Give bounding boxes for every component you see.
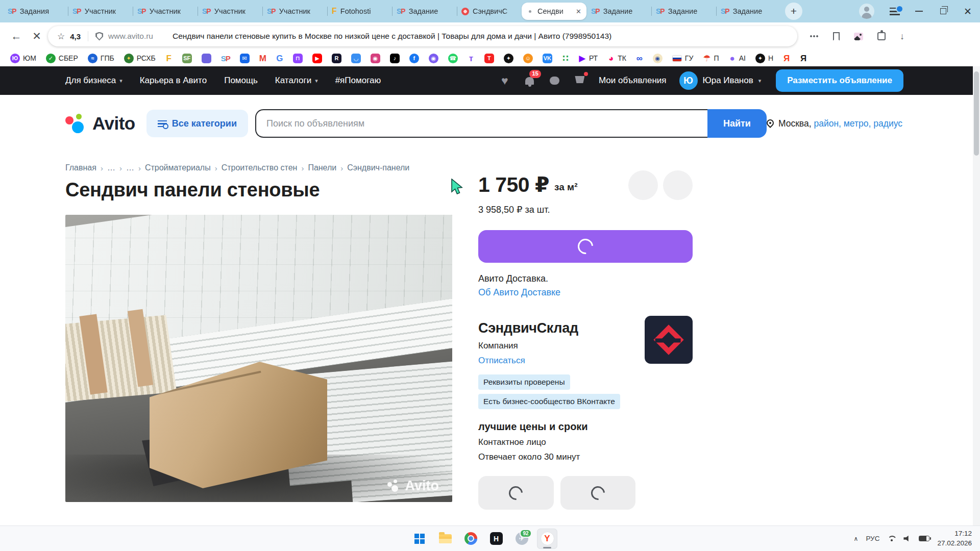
bookmark-t-red[interactable]: T	[484, 54, 494, 63]
breadcrumb-item[interactable]: Стройматериалы	[145, 163, 211, 172]
more-icon[interactable]	[810, 35, 819, 37]
tab-close-icon[interactable]: ✕	[575, 8, 582, 15]
browser-profile-avatar[interactable]	[859, 4, 874, 19]
bookmark-mail[interactable]: ✉	[240, 54, 250, 63]
language-indicator[interactable]: РУС	[866, 535, 879, 542]
taskbar-app-start[interactable]	[409, 529, 430, 549]
bookmark-fotohost[interactable]: F	[165, 54, 173, 63]
browser-tab[interactable]: SPЗадание	[651, 0, 716, 22]
user-avatar[interactable]: Ю	[679, 71, 698, 90]
browser-tab[interactable]: SPЗадание	[392, 0, 457, 22]
unsubscribe-link[interactable]: Отписаться	[478, 356, 635, 366]
scrollbar-thumb[interactable]	[974, 71, 979, 156]
bookmark-camera-app[interactable]: ◉	[429, 54, 438, 63]
listing-photo[interactable]: Avito	[65, 215, 452, 502]
bookmark-icon[interactable]	[833, 32, 840, 41]
navbar-link-3[interactable]: Каталоги▾	[275, 76, 318, 86]
wifi-icon[interactable]	[887, 535, 896, 542]
favorites-heart-icon[interactable]: ♥	[499, 74, 511, 87]
bookmark-rt[interactable]: ▶РТ	[579, 54, 598, 63]
battery-icon[interactable]	[919, 536, 929, 541]
location-selector[interactable]: Москва, район, метро, радиус	[767, 117, 903, 130]
favorite-action-placeholder[interactable]	[628, 170, 658, 200]
bookmark-ya-app[interactable]: Я	[800, 54, 807, 63]
breadcrumb-item[interactable]: Панели	[308, 163, 336, 172]
seller-name[interactable]: СэндвичСклад	[478, 320, 635, 336]
browser-tab[interactable]: SPУчастник	[133, 0, 198, 22]
buy-with-delivery-button-loading[interactable]	[478, 230, 693, 263]
browser-tab[interactable]: FFotohosti	[327, 0, 392, 22]
browser-tab[interactable]: SPЗадания	[3, 0, 68, 22]
all-categories-button[interactable]: Все категории	[146, 110, 248, 137]
window-minimize-button[interactable]	[915, 11, 923, 12]
bookmark-rutube[interactable]: R	[332, 54, 341, 63]
share-action-placeholder[interactable]	[663, 170, 693, 200]
bookmark-yandex[interactable]: Я	[783, 54, 790, 63]
browser-tab[interactable]: SPЗадание	[716, 0, 781, 22]
messages-icon[interactable]	[549, 74, 561, 87]
bookmark-youtube[interactable]: ▶	[312, 54, 322, 63]
search-input[interactable]	[255, 109, 707, 138]
bookmark-vk-messenger[interactable]: ◡	[351, 54, 361, 63]
bookmark-rshb[interactable]: ✦РСХБ	[124, 54, 156, 63]
back-button[interactable]: ←	[7, 30, 26, 42]
browser-tab[interactable]: SPУчастник	[68, 0, 133, 22]
browser-tab[interactable]: SPУчастник	[198, 0, 262, 22]
security-shield-icon[interactable]	[95, 32, 103, 41]
window-close-button[interactable]: ✕	[964, 7, 972, 16]
rating-star-icon[interactable]: ☆	[57, 31, 65, 42]
navbar-link-4[interactable]: #яПомогаю	[335, 76, 381, 86]
bookmark-google[interactable]: G	[276, 54, 283, 63]
new-tab-button[interactable]: +	[785, 3, 802, 20]
browser-tab[interactable]: SPЗадание	[586, 0, 651, 22]
page-url[interactable]: www.avito.ru	[108, 32, 153, 41]
chevron-up-icon[interactable]: ∧	[854, 535, 859, 542]
bookmark-odnoklassniki[interactable]: ☺	[523, 54, 533, 63]
browser-menu-icon[interactable]	[890, 8, 900, 15]
cart-icon[interactable]	[574, 74, 586, 87]
browser-tab[interactable]: СэндвичС	[457, 0, 522, 22]
bookmark-gmail[interactable]: M	[259, 54, 266, 63]
browser-tab-active[interactable]: Сендви✕	[522, 3, 586, 20]
extensions-icon[interactable]	[877, 32, 886, 40]
bookmark-gazprombank[interactable]: ≈ГПБ	[88, 54, 114, 63]
bookmark-facebook[interactable]: f	[409, 54, 419, 63]
about-delivery-link[interactable]: Об Авито Доставке	[478, 287, 693, 298]
my-ads-link[interactable]: Мои объявления	[599, 76, 667, 86]
bookmark-tk[interactable]: ◕ТК	[607, 54, 626, 63]
window-restore-button[interactable]	[940, 8, 946, 14]
search-button[interactable]: Найти	[707, 109, 767, 138]
taskbar-app-yandex-browser[interactable]: Y	[537, 529, 557, 549]
breadcrumb-item[interactable]: …	[107, 163, 115, 172]
bookmark-n-app[interactable]: ✦Н	[755, 54, 773, 63]
taskbar-app-explorer[interactable]	[435, 529, 455, 549]
taskbar-clock[interactable]: 17:12 27.02.2026	[937, 529, 972, 547]
stop-button[interactable]: ✕	[28, 30, 46, 42]
taskbar-app-app-h[interactable]: H	[486, 529, 506, 549]
bookmark-vk[interactable]: VK	[543, 54, 552, 63]
breadcrumb-item[interactable]: Сэндвич-панели	[347, 163, 409, 172]
taskbar-app-messenger[interactable]: ✈92	[511, 529, 532, 549]
bookmark-yoomoney[interactable]: ЮЮМ	[10, 54, 36, 63]
bookmark-t-purple[interactable]: т	[468, 54, 475, 63]
bookmark-instagram[interactable]: ◉	[371, 54, 380, 63]
show-phone-button-loading[interactable]	[478, 476, 554, 510]
bookmark-emblem[interactable]: ◉	[653, 54, 663, 63]
bookmark-whatsapp[interactable]: ☎	[448, 54, 458, 63]
browser-tab[interactable]: SPУчастник	[262, 0, 327, 22]
bookmark-insurance[interactable]: ☂П	[703, 54, 719, 63]
bookmark-twitch[interactable]: ⊓	[293, 54, 303, 63]
user-menu[interactable]: Ю Юра Иванов ▾	[679, 71, 762, 90]
bookmark-color-dots[interactable]: ∷	[562, 54, 569, 63]
address-pill[interactable]: ☆ 4,3 www.avito.ru Сендвич панели стенов…	[48, 26, 797, 46]
bookmark-gosuslugi[interactable]: ГУ	[672, 54, 693, 62]
post-ad-button[interactable]: Разместить объявление	[776, 69, 903, 92]
location-metro-link[interactable]: метро,	[844, 118, 871, 129]
notifications-bell-icon[interactable]: 15	[524, 74, 536, 87]
page-scrollbar[interactable]	[973, 66, 980, 525]
avito-logo[interactable]: Avito	[65, 113, 135, 134]
seller-logo[interactable]	[645, 316, 693, 364]
navbar-link-2[interactable]: Помощь	[224, 76, 258, 86]
bookmark-sf-app[interactable]: SF	[182, 54, 192, 63]
bookmark-purple-app[interactable]	[202, 54, 211, 63]
